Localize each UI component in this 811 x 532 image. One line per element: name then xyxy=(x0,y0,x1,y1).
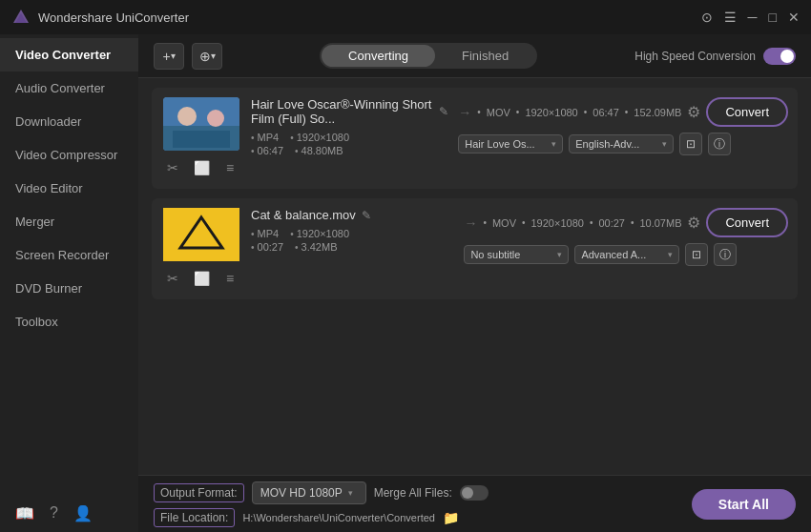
sidebar-bottom: 📖 ? 👤 xyxy=(0,495,138,532)
source-size-2: • 3.42MB xyxy=(295,241,337,253)
arrow-icon-2: → xyxy=(464,215,477,231)
sidebar-label-video-converter: Video Converter xyxy=(15,48,111,62)
sidebar-item-audio-converter[interactable]: Audio Converter xyxy=(0,72,138,105)
titlebar-left: Wondershare UniConverter xyxy=(11,8,189,27)
file-location-label: File Location: xyxy=(154,508,235,527)
source-size-1: • 48.80MB xyxy=(295,145,343,156)
crop-icon-1[interactable]: ⬜ xyxy=(190,156,213,179)
add-file-button[interactable]: + ▾ xyxy=(154,43,184,70)
sidebar-item-downloader[interactable]: Downloader xyxy=(0,105,138,138)
tab-converting[interactable]: Converting xyxy=(322,45,435,67)
file-card-1: ✂ ⬜ ≡ Hair Love Oscar®-Winning Short Fil… xyxy=(152,88,798,189)
svg-point-5 xyxy=(207,110,224,127)
output-format-2: • MOV • 1920×1080 • 00:27 • 10.07MB xyxy=(483,217,681,229)
output-format-dropdown[interactable]: MOV HD 1080P ▾ xyxy=(252,481,366,504)
sidebar-item-video-editor[interactable]: Video Editor xyxy=(0,172,138,205)
thumbnail-inner-1 xyxy=(163,97,239,151)
subtitle-dropdown-1[interactable]: Hair Love Os... ▾ xyxy=(458,134,563,153)
effects-icon-1[interactable]: ≡ xyxy=(218,156,241,179)
thumbnail-art-2 xyxy=(163,208,239,261)
crop-icon-2[interactable]: ⬜ xyxy=(190,267,213,290)
dropdown-arrow-3: ▾ xyxy=(557,250,562,259)
source-duration-1: • 06:47 xyxy=(251,145,283,156)
sidebar-item-video-converter[interactable]: Video Converter xyxy=(0,38,138,72)
convert-row-1: → • MOV • 1920×1080 • 06:47 • 152.09MB xyxy=(458,97,788,127)
sidebar-label-screen-recorder: Screen Recorder xyxy=(15,248,109,262)
output-format-1: • MOV • 1920×1080 • 06:47 • 152.09MB xyxy=(477,107,681,118)
bottom-left: Output Format: MOV HD 1080P ▾ Merge All … xyxy=(154,481,489,527)
sidebar-label-audio-converter: Audio Converter xyxy=(15,81,105,95)
sidebar-item-dvd-burner[interactable]: DVD Burner xyxy=(0,272,138,305)
chevron-down-icon: ▾ xyxy=(171,51,176,61)
info-icon-1[interactable]: ⓘ xyxy=(708,133,731,155)
add-icon: + xyxy=(162,49,170,64)
thumbnail-art-1 xyxy=(163,97,239,151)
card-main-2: ✂ ⬜ ≡ Cat & balance.mov ✎ • xyxy=(161,208,788,290)
sidebar-item-toolbox[interactable]: Toolbox xyxy=(0,305,138,338)
source-duration-2: • 00:27 xyxy=(251,241,283,253)
link-icon: ⊕ xyxy=(199,49,211,64)
high-speed-toggle[interactable] xyxy=(763,48,796,65)
file-meta-2b: • 00:27 • 3.42MB xyxy=(251,241,454,253)
convert-button-1[interactable]: Convert xyxy=(706,97,788,127)
thumbnail-2 xyxy=(163,208,239,261)
main-layout: Video Converter Audio Converter Download… xyxy=(0,34,811,532)
book-icon[interactable]: 📖 xyxy=(15,504,34,522)
card-left-2: ✂ ⬜ ≡ xyxy=(161,208,241,290)
high-speed-label: High Speed Conversion xyxy=(634,50,756,63)
file-title-2: Cat & balance.mov ✎ xyxy=(251,208,454,222)
account-icon[interactable]: 👤 xyxy=(73,504,93,522)
merge-toggle[interactable] xyxy=(460,485,489,501)
close-icon[interactable]: ✕ xyxy=(788,10,800,25)
settings-icon-2[interactable]: ⚙ xyxy=(687,214,700,232)
settings-icon-1[interactable]: ⚙ xyxy=(687,103,700,121)
subtitles-icon-2[interactable]: ⊡ xyxy=(685,243,708,266)
source-resolution-1: • 1920×1080 xyxy=(290,132,349,143)
menu-icon[interactable]: ☰ xyxy=(724,10,737,25)
subtitles-icon-1[interactable]: ⊡ xyxy=(679,133,702,155)
app-title: Wondershare UniConverter xyxy=(38,10,189,25)
audio-dropdown-2[interactable]: Advanced A... ▾ xyxy=(574,245,679,264)
output-format-row: Output Format: MOV HD 1080P ▾ Merge All … xyxy=(154,481,489,504)
folder-icon[interactable]: 📁 xyxy=(443,510,459,525)
sidebar-item-video-compressor[interactable]: Video Compressor xyxy=(0,138,138,172)
sidebar-item-merger[interactable]: Merger xyxy=(0,205,138,238)
tab-finished[interactable]: Finished xyxy=(435,45,535,67)
sidebar-label-downloader: Downloader xyxy=(15,114,81,129)
audio-dropdown-1[interactable]: English-Adv... ▾ xyxy=(569,134,674,153)
maximize-icon[interactable]: □ xyxy=(769,10,777,25)
app-logo xyxy=(11,8,31,27)
svg-rect-6 xyxy=(173,131,230,148)
subtitle-dropdown-2[interactable]: No subtitle ▾ xyxy=(464,245,569,264)
sidebar-item-screen-recorder[interactable]: Screen Recorder xyxy=(0,238,138,272)
help-icon[interactable]: ? xyxy=(50,504,58,522)
dropdown-arrow-4: ▾ xyxy=(668,250,673,259)
edit-icon-2[interactable]: ✎ xyxy=(362,209,371,222)
topbar-right: High Speed Conversion xyxy=(634,48,796,65)
convert-button-2[interactable]: Convert xyxy=(706,208,788,237)
convert-panel-2: → • MOV • 1920×1080 • 00:27 • 10.07MB xyxy=(464,208,788,266)
subtitle-row-2: No subtitle ▾ Advanced A... ▾ ⊡ ⓘ xyxy=(464,243,788,266)
sidebar-label-video-compressor: Video Compressor xyxy=(15,148,117,162)
effects-icon-2[interactable]: ≡ xyxy=(218,267,241,290)
cut-icon-2[interactable]: ✂ xyxy=(161,267,184,290)
card-middle-1: Hair Love Oscar®-Winning Short Film (Ful… xyxy=(251,97,448,156)
file-card-2: ✂ ⬜ ≡ Cat & balance.mov ✎ • xyxy=(152,198,798,299)
dropdown-arrow-1: ▾ xyxy=(551,139,556,149)
source-resolution-2: • 1920×1080 xyxy=(290,228,349,239)
cut-icon-1[interactable]: ✂ xyxy=(161,156,184,179)
user-icon[interactable]: ⊙ xyxy=(701,10,713,25)
format-dropdown-arrow: ▾ xyxy=(348,488,353,498)
arrow-icon-1: → xyxy=(458,105,471,120)
file-meta-1b: • 06:47 • 48.80MB xyxy=(251,145,448,156)
sidebar-label-merger: Merger xyxy=(15,215,54,229)
add-url-button[interactable]: ⊕ ▾ xyxy=(192,43,222,70)
minimize-icon[interactable]: ─ xyxy=(748,10,758,25)
info-icon-2[interactable]: ⓘ xyxy=(714,243,737,266)
sidebar-label-toolbox: Toolbox xyxy=(15,315,58,329)
start-all-button[interactable]: Start All xyxy=(692,489,796,520)
sidebar-label-dvd-burner: DVD Burner xyxy=(15,281,82,296)
edit-icon-1[interactable]: ✎ xyxy=(439,105,448,118)
dropdown-arrow-2: ▾ xyxy=(662,139,667,149)
source-format-1: • MP4 xyxy=(251,132,279,143)
